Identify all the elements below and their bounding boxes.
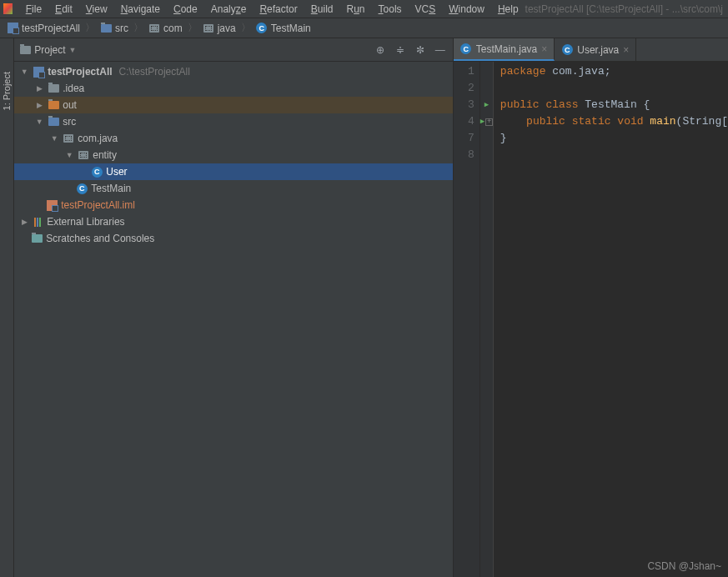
tree-external-libraries[interactable]: ▶ External Libraries bbox=[14, 213, 453, 230]
tree-scratches[interactable]: Scratches and Consoles bbox=[14, 230, 453, 247]
app-logo-icon bbox=[3, 3, 13, 14]
tree-entity[interactable]: ▼ entity bbox=[14, 147, 453, 163]
watermark: CSDN @Jshan~ bbox=[647, 560, 721, 572]
tree-arrow-icon[interactable]: ▶ bbox=[34, 84, 44, 93]
menu-code[interactable]: Code bbox=[167, 2, 204, 17]
tree-idea[interactable]: ▶ .idea bbox=[14, 80, 453, 97]
menu-view[interactable]: View bbox=[79, 2, 114, 17]
crumb-label: src bbox=[115, 23, 128, 34]
folder-icon bbox=[100, 23, 112, 34]
crumb-sep: 〉 bbox=[133, 21, 143, 35]
crumb-java[interactable]: java bbox=[203, 23, 236, 34]
class-icon: C bbox=[91, 166, 103, 178]
gutter-marks: ▶ ▶+ bbox=[480, 62, 494, 577]
folder-icon bbox=[48, 116, 59, 128]
editor-tab-testmain[interactable]: C TestMain.java × bbox=[454, 38, 555, 61]
module-settings-icon bbox=[46, 199, 58, 211]
class-icon: C bbox=[460, 43, 472, 55]
project-panel-title[interactable]: Project ▼ bbox=[19, 44, 76, 56]
module-icon bbox=[33, 66, 44, 78]
crumb-label: TestMain bbox=[271, 23, 311, 34]
tree-arrow-icon[interactable]: ▼ bbox=[64, 151, 74, 159]
menu-edit[interactable]: Edit bbox=[48, 2, 79, 17]
editor-area: C TestMain.java × C User.java × 1 2 3 4 … bbox=[454, 38, 728, 577]
class-icon: C bbox=[256, 23, 268, 34]
sidebar-tab-project[interactable]: 1: Project bbox=[2, 72, 12, 110]
breadcrumb: testProjectAll 〉 src 〉 com 〉 java 〉 C Te… bbox=[0, 18, 728, 38]
menu-analyze[interactable]: Analyze bbox=[204, 2, 254, 17]
folder-icon bbox=[48, 99, 59, 111]
menu-refactor[interactable]: Refactor bbox=[253, 2, 304, 17]
tree-iml[interactable]: testProjectAll.iml bbox=[14, 197, 453, 213]
menu-build[interactable]: Build bbox=[304, 2, 340, 17]
window-title: testProjectAll [C:\testProjectAll] - ...… bbox=[525, 3, 728, 15]
menu-navigate[interactable]: Navigate bbox=[114, 2, 167, 17]
package-icon bbox=[63, 133, 74, 144]
class-icon: C bbox=[76, 183, 88, 194]
project-view-icon bbox=[19, 44, 31, 56]
crumb-project[interactable]: testProjectAll bbox=[7, 23, 80, 34]
menu-help[interactable]: Help bbox=[491, 2, 525, 17]
menu-run[interactable]: Run bbox=[339, 2, 371, 17]
tree-arrow-icon[interactable]: ▼ bbox=[34, 118, 44, 126]
gear-icon[interactable]: ✼ bbox=[413, 43, 428, 58]
menu-file[interactable]: File bbox=[19, 2, 48, 17]
close-icon[interactable]: × bbox=[623, 44, 629, 56]
tree-arrow-icon[interactable]: ▼ bbox=[49, 134, 59, 143]
collapse-icon[interactable]: ≑ bbox=[393, 43, 408, 58]
tree-out[interactable]: ▶ out bbox=[14, 97, 453, 113]
module-icon bbox=[7, 23, 18, 34]
crumb-label: testProjectAll bbox=[22, 23, 80, 34]
class-icon: C bbox=[561, 44, 573, 56]
run-gutter-icon[interactable]: ▶ bbox=[480, 97, 493, 113]
code-content[interactable]: package com.java; public class TestMain … bbox=[494, 62, 728, 577]
tree-arrow-icon[interactable]: ▶ bbox=[19, 218, 29, 226]
tree-root[interactable]: ▼ testProjectAll C:\testProjectAll bbox=[14, 63, 453, 80]
crumb-com[interactable]: com bbox=[148, 23, 183, 34]
libraries-icon bbox=[33, 218, 43, 227]
editor-tabs: C TestMain.java × C User.java × bbox=[454, 38, 728, 62]
crumb-label: com bbox=[163, 23, 183, 34]
crumb-src[interactable]: src bbox=[100, 23, 128, 34]
close-icon[interactable]: × bbox=[541, 43, 547, 55]
tree-package[interactable]: ▼ com.java bbox=[14, 130, 453, 147]
line-numbers: 1 2 3 4 7 8 bbox=[454, 62, 480, 577]
tree-user-class[interactable]: C User bbox=[14, 163, 453, 180]
crumb-sep: 〉 bbox=[85, 21, 95, 35]
tree-testmain-class[interactable]: C TestMain bbox=[14, 180, 453, 197]
scratches-icon bbox=[31, 233, 43, 244]
crumb-sep: 〉 bbox=[188, 21, 198, 35]
folder-icon bbox=[48, 83, 59, 94]
menubar: File Edit View Navigate Code Analyze Ref… bbox=[0, 0, 728, 18]
editor-body[interactable]: 1 2 3 4 7 8 ▶ ▶+ package com.java; publi… bbox=[454, 62, 728, 577]
tree-src[interactable]: ▼ src bbox=[14, 113, 453, 130]
package-icon bbox=[78, 149, 89, 161]
tree-arrow-icon[interactable]: ▼ bbox=[19, 68, 29, 76]
tree-arrow-icon[interactable]: ▶ bbox=[34, 101, 44, 109]
fold-gutter-icon[interactable]: ▶+ bbox=[480, 113, 493, 130]
hide-icon[interactable]: — bbox=[433, 43, 448, 58]
project-panel: Project ▼ ⊕ ≑ ✼ — ▼ testProjectAll C:\te… bbox=[14, 38, 454, 577]
editor-tab-user[interactable]: C User.java × bbox=[555, 38, 636, 61]
project-tree[interactable]: ▼ testProjectAll C:\testProjectAll ▶ .id… bbox=[14, 62, 453, 577]
menu-window[interactable]: Window bbox=[442, 2, 491, 17]
menu-tools[interactable]: Tools bbox=[372, 2, 409, 17]
project-panel-header: Project ▼ ⊕ ≑ ✼ — bbox=[14, 38, 453, 62]
crumb-sep: 〉 bbox=[241, 21, 251, 35]
crumb-class[interactable]: C TestMain bbox=[256, 23, 311, 34]
locate-icon[interactable]: ⊕ bbox=[373, 43, 388, 58]
crumb-label: java bbox=[218, 23, 236, 34]
menu-vcs[interactable]: VCS bbox=[409, 2, 443, 17]
package-icon bbox=[148, 23, 160, 34]
dropdown-icon: ▼ bbox=[69, 46, 77, 54]
sidebar-tab-strip: 1: Project bbox=[0, 38, 14, 577]
package-icon bbox=[203, 23, 214, 34]
